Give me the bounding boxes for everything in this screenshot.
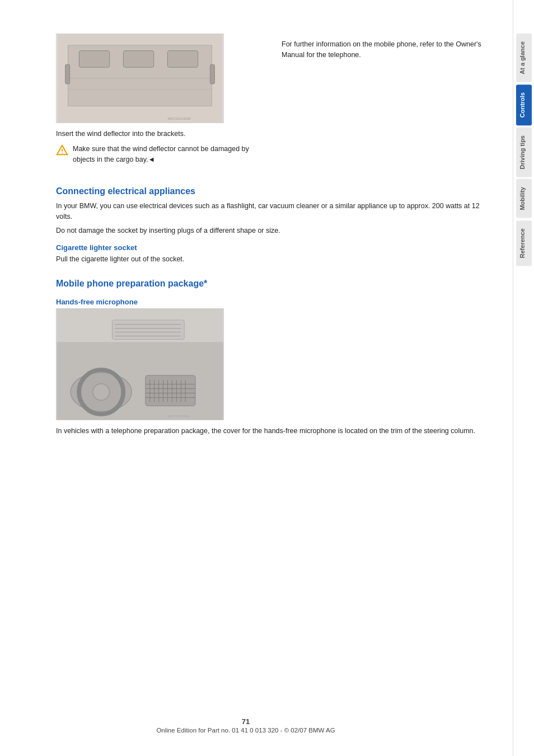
sidebar-tab-at-a-glance[interactable]: At a glance [516,34,532,82]
warning-box: Make sure that the wind deflector cannot… [56,144,265,168]
insert-text: Insert the wind deflector into the brack… [56,129,265,139]
handsfree-body: In vehicles with a telephone preparation… [56,426,490,436]
footer-text: Online Edition for Part no. 01 41 0 013 … [0,727,491,734]
connecting-heading: Connecting electrical appliances [56,186,490,198]
handsfree-image: WDC0PHONE [56,308,224,420]
svg-rect-4 [167,51,198,68]
handsfree-subheading: Hands-free microphone [56,298,490,306]
svg-text:WDC0PHONE: WDC0PHONE [168,415,190,418]
cigarette-text: Pull the cigarette lighter out of the so… [56,254,490,265]
mobile-section: Mobile phone preparation package* Hands-… [56,278,490,436]
svg-point-31 [93,383,110,400]
sidebar-tab-reference[interactable]: Reference [516,220,532,266]
svg-rect-16 [146,375,195,406]
svg-rect-3 [123,51,153,68]
connecting-body1: In your BMW, you can use electrical devi… [56,201,490,222]
connecting-body2: Do not damage the socket by inserting pl… [56,226,490,236]
page-footer: 71 Online Edition for Part no. 01 41 0 0… [0,717,491,734]
svg-rect-2 [79,51,109,68]
svg-rect-7 [65,64,70,84]
sidebar: At a glance Controls Driving tips Mobili… [513,0,534,756]
mobile-heading: Mobile phone preparation package* [56,278,490,290]
svg-text:WDC0LEGEND: WDC0LEGEND [167,117,191,120]
page-number: 71 [0,717,491,726]
svg-point-12 [62,152,63,153]
svg-rect-32 [113,320,185,340]
warning-text: Make sure that the wind deflector cannot… [73,144,265,165]
svg-rect-8 [210,64,214,84]
connecting-section: Connecting electrical appliances In your… [56,186,490,265]
warning-icon [56,144,68,157]
back-marker: ◄ [148,156,155,163]
sidebar-tab-controls[interactable]: Controls [516,84,532,125]
wind-deflector-image: WDC0LEGEND [56,34,224,123]
sidebar-tab-driving-tips[interactable]: Driving tips [516,128,532,177]
sidebar-tab-mobility[interactable]: Mobility [516,179,532,218]
right-column-text: For further information on the mobile ph… [282,39,490,60]
cigarette-subheading: Cigarette lighter socket [56,243,490,252]
